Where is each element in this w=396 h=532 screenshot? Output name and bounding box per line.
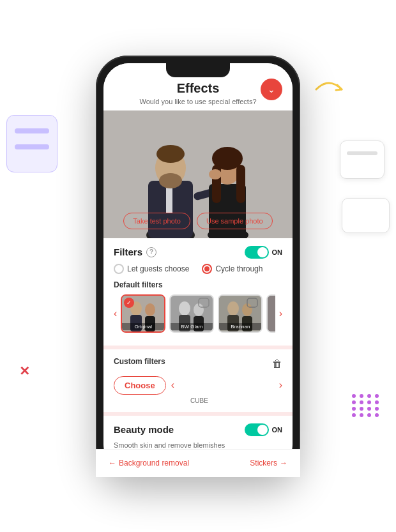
svg-point-6 (156, 145, 185, 163)
radio-outer-guests (114, 264, 124, 274)
svg-point-27 (227, 301, 239, 315)
close-button[interactable]: ⌄ (261, 79, 282, 100)
filter-extra-img (268, 296, 275, 331)
choose-button[interactable]: Choose (114, 376, 166, 395)
deco-card-right-mid (342, 198, 390, 233)
radio-outer-cycle (202, 264, 212, 274)
beauty-toggle-label: ON (272, 426, 283, 434)
svg-rect-13 (236, 165, 245, 203)
photo-preview-area: Take test photo Use sample photo (103, 110, 293, 238)
default-filters-label: Default filters (114, 280, 282, 289)
help-icon[interactable]: ? (146, 247, 156, 257)
arrow-left-icon: ← (109, 459, 116, 467)
filter-radio-group: Let guests choose Cycle through (114, 264, 282, 274)
radio-inner-cycle (204, 266, 209, 271)
svg-point-14 (209, 169, 222, 179)
filter-original-check: ✓ (124, 298, 134, 308)
trash-icon[interactable]: 🗑 (272, 358, 282, 370)
nav-stickers-label: Stickers (250, 459, 277, 467)
deco-arrow-yellow (313, 73, 345, 105)
filter-scroll-area: ✓ Original (121, 294, 275, 333)
chevron-down-icon: ⌄ (268, 84, 275, 95)
beauty-toggle-track[interactable] (245, 423, 269, 436)
filter-original[interactable]: ✓ Original (121, 294, 165, 333)
filters-section: Filters ? ON (103, 238, 293, 346)
custom-filters-header: Custom filters 🗑 (114, 357, 282, 371)
nav-stickers[interactable]: Stickers → (250, 459, 287, 467)
filter-strip: ‹ (114, 294, 282, 333)
radio-label-cycle: Cycle through (215, 264, 263, 273)
use-sample-photo-button[interactable]: Use sample photo (197, 213, 273, 229)
deco-card-right-top (340, 141, 385, 179)
filter-original-name: Original (122, 323, 164, 330)
radio-cycle-through[interactable]: Cycle through (202, 264, 263, 274)
custom-filters-section: Custom filters 🗑 Choose ‹ › CUBE (103, 349, 293, 412)
beauty-toggle[interactable]: ON (245, 423, 283, 436)
filter-brannan[interactable]: Brannan (218, 294, 263, 333)
filters-title: Filters ? (114, 247, 156, 257)
custom-filter-tag: CUBE (116, 397, 282, 404)
scroll-content: Filters ? ON (103, 238, 293, 469)
filter-extra[interactable] (266, 294, 275, 333)
deco-card-left (6, 115, 57, 172)
custom-filter-prev-arrow[interactable]: ‹ (171, 379, 174, 391)
nav-background-removal[interactable]: ← Background removal (109, 459, 189, 467)
nav-bg-removal-label: Background removal (119, 459, 189, 467)
filters-toggle-label: ON (272, 248, 283, 256)
filter-next-arrow[interactable]: › (279, 308, 282, 319)
filter-brannan-name: Brannan (219, 323, 261, 330)
radio-label-guests: Let guests choose (127, 264, 189, 273)
custom-filter-row: Choose ‹ › (114, 376, 282, 395)
beauty-description: Smooth skin and remove blemishes (114, 441, 282, 449)
svg-point-5 (159, 173, 182, 188)
phone-notch (166, 63, 230, 77)
beauty-title: Beauty mode (114, 424, 174, 435)
phone-shell: Effects Would you like to use special ef… (96, 56, 300, 477)
bottom-nav: ← Background removal Stickers → (103, 449, 293, 469)
deco-dots (352, 394, 380, 417)
take-test-photo-button[interactable]: Take test photo (123, 213, 190, 229)
photo-buttons: Take test photo Use sample photo (103, 213, 293, 229)
radio-let-guests[interactable]: Let guests choose (114, 264, 189, 274)
filter-bw-name: BW Glam (171, 323, 213, 330)
filter-extra-preview (268, 296, 275, 331)
svg-point-21 (179, 301, 190, 315)
custom-filter-next-arrow[interactable]: › (279, 379, 282, 391)
filters-toggle[interactable]: ON (245, 246, 283, 259)
svg-rect-32 (268, 296, 275, 331)
beauty-header: Beauty mode ON (114, 423, 282, 436)
deco-x: ✕ (19, 363, 30, 379)
arrow-right-icon: → (280, 459, 287, 467)
filter-bw-glam[interactable]: BW Glam (169, 294, 214, 333)
beauty-toggle-thumb (257, 425, 268, 435)
page-subtitle: Would you like to use special effects? (116, 98, 280, 105)
svg-point-18 (145, 303, 155, 316)
filter-prev-arrow[interactable]: ‹ (114, 308, 117, 319)
page-title: Effects (116, 81, 280, 96)
filters-header: Filters ? ON (114, 246, 282, 259)
custom-filters-label: Custom filters (114, 357, 165, 366)
filters-toggle-thumb (257, 247, 268, 257)
filters-toggle-track[interactable] (245, 246, 269, 259)
